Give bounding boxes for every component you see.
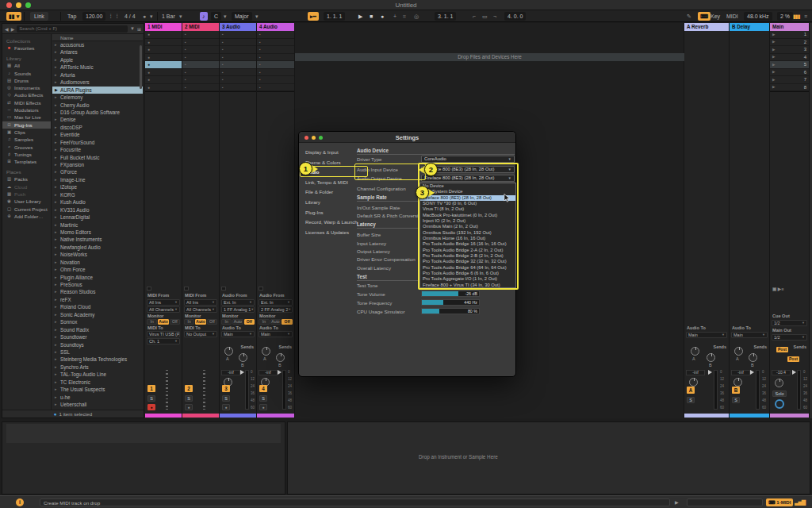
vendor-list-item[interactable]: Arturia bbox=[52, 71, 143, 79]
tone-frequency-slider[interactable]: 440 Hz bbox=[421, 299, 480, 306]
scene-number[interactable]: 7 bbox=[804, 77, 806, 82]
send-b-knob[interactable] bbox=[239, 353, 247, 362]
track-4-arm-button[interactable]: ● bbox=[259, 404, 267, 410]
vendor-list-item[interactable]: Soundtoys bbox=[52, 341, 143, 348]
punch-out-icon[interactable]: ¬ bbox=[493, 12, 496, 21]
browser-options-icon[interactable]: ⊞ bbox=[137, 26, 141, 32]
nudge-up-icon[interactable]: ⦙ bbox=[117, 12, 118, 21]
track-1-solo-button[interactable]: S bbox=[147, 395, 155, 402]
browser-nav-item[interactable]: ▦ All bbox=[2, 62, 51, 69]
track-2-arm-button[interactable]: ● bbox=[185, 404, 193, 410]
vendor-list-item[interactable]: Eventide bbox=[52, 131, 143, 138]
clip-slot[interactable]: ● bbox=[145, 76, 182, 84]
scene-number[interactable]: 8 bbox=[804, 85, 806, 90]
send-b-knob[interactable] bbox=[707, 353, 715, 362]
monitor-auto-button[interactable]: Auto bbox=[270, 319, 282, 325]
browser-nav-item[interactable]: ☁ Cloud bbox=[2, 183, 51, 190]
nudge-down-icon[interactable]: ⦙ bbox=[110, 12, 112, 21]
tempo-value[interactable]: 120.00 bbox=[82, 12, 105, 21]
output-select[interactable]: Main▼ bbox=[686, 332, 727, 338]
output-device-option[interactable]: MacBook Pro-kaiuttimet (0 In, 2 Out) bbox=[420, 213, 515, 218]
key-root-caret-icon[interactable]: ▾ bbox=[224, 12, 227, 21]
track-2-solo-button[interactable]: S bbox=[185, 395, 193, 402]
loop-length[interactable]: 4. 0. 0 bbox=[504, 12, 526, 21]
vendor-list-item[interactable]: Audiomovers bbox=[52, 79, 143, 86]
vendor-list-item[interactable]: FeelYourSound bbox=[52, 139, 143, 146]
metronome-menu-icon[interactable]: ▾ bbox=[150, 12, 153, 21]
output-device-option[interactable]: Pro Tools Audio Bridge 2-A (2 In, 2 Out) bbox=[420, 248, 515, 253]
volume-fader-handle[interactable] bbox=[750, 370, 754, 375]
output-device-option[interactable]: Fireface 800 + Virus TI (34 In, 30 Out) bbox=[420, 283, 515, 288]
clip-slot[interactable]: ▪ bbox=[220, 31, 256, 39]
output-device-option[interactable]: Pro Tools Audio Bridge 6 (6 In, 6 Out) bbox=[420, 271, 515, 276]
monitor-off-button[interactable]: Off bbox=[207, 319, 217, 325]
vendor-list-item[interactable]: SSL bbox=[52, 348, 143, 356]
vendor-list-item[interactable]: Focusrite bbox=[52, 146, 143, 153]
input-channel-select[interactable]: 1 FF Analog 1▼ bbox=[221, 306, 255, 313]
browser-nav-item[interactable]: ◉ User Library bbox=[2, 198, 51, 205]
clip-slot[interactable]: ● bbox=[145, 39, 182, 47]
vendor-list-item[interactable]: Antares bbox=[52, 48, 143, 56]
tap-tempo-button[interactable]: Tap bbox=[67, 12, 76, 21]
midi-map-label[interactable]: MIDI bbox=[726, 12, 738, 21]
clip-slot[interactable]: ● bbox=[145, 84, 182, 92]
main-pan-knob[interactable] bbox=[775, 379, 783, 387]
vendor-list-item[interactable]: u-he bbox=[52, 394, 143, 401]
track-1-stop-button[interactable] bbox=[147, 287, 151, 291]
track-3-solo-button[interactable]: S bbox=[222, 395, 230, 402]
audio-output-device-select[interactable]: Fireface 800 (8E3) (28 In, 28 Out)▼ bbox=[421, 175, 515, 182]
clip-slot[interactable]: ▪ bbox=[257, 69, 294, 77]
pan-knob[interactable] bbox=[689, 378, 698, 387]
return-a-header[interactable]: A Reverb bbox=[684, 23, 729, 31]
scene-number[interactable]: 3 bbox=[804, 47, 806, 52]
monitor-off-button[interactable]: Off bbox=[170, 319, 180, 325]
scale-mode-icon[interactable]: ♪ bbox=[200, 12, 208, 21]
return-a-solo-button[interactable]: S bbox=[687, 397, 695, 403]
monitor-in-button[interactable]: In bbox=[184, 319, 194, 325]
vendor-list-item[interactable]: Full Bucket Music bbox=[52, 154, 143, 161]
send-b-knob[interactable] bbox=[276, 353, 285, 362]
browser-nav-item[interactable]: ▭ Max for Live bbox=[2, 114, 51, 121]
vendor-list-item[interactable]: Synchro Arts bbox=[52, 364, 143, 371]
vendor-list-item[interactable]: The Usual Suspects bbox=[52, 386, 143, 393]
vendor-list-item[interactable]: Martinic bbox=[52, 221, 143, 229]
vendor-list-item[interactable]: KV331 Audio bbox=[52, 206, 143, 214]
clip-slot[interactable]: ▪ bbox=[257, 84, 294, 92]
browser-nav-item[interactable]: Library bbox=[2, 56, 51, 62]
browser-nav-item[interactable]: ◎ Instruments bbox=[2, 84, 51, 91]
loop-toggle-icon[interactable]: ▭ bbox=[482, 12, 488, 21]
vendor-list-item[interactable]: Ohm Force bbox=[52, 266, 143, 273]
output-device-option[interactable]: Use System Device bbox=[420, 189, 515, 194]
output-device-option[interactable]: SONY TV *30 (0 In, 6 Out) bbox=[420, 201, 515, 206]
volume-fader-handle[interactable] bbox=[708, 370, 712, 375]
output-device-option[interactable]: Omnibus Main (2 In, 2 Out) bbox=[420, 224, 515, 229]
quantize-caret-icon[interactable]: ▾ bbox=[179, 12, 182, 21]
track-2-number-badge[interactable]: 2 bbox=[185, 385, 193, 392]
browser-nav-item[interactable]: ♯ Tunings bbox=[2, 151, 51, 158]
browser-nav-item[interactable]: Collections bbox=[2, 38, 51, 44]
clip-slot[interactable]: ▪ bbox=[220, 61, 256, 69]
clip-slot[interactable]: ▪ bbox=[182, 54, 219, 62]
output-device-option[interactable]: Pro Tools Aggregate I/O (1 In, 2 Out) bbox=[420, 276, 515, 282]
cue-out-select[interactable]: 1/2▼ bbox=[772, 320, 807, 326]
output-select[interactable]: Main▼ bbox=[731, 332, 768, 338]
clip-slot[interactable]: ▪ bbox=[257, 39, 294, 47]
main-out-select[interactable]: 1/2▼ bbox=[772, 334, 807, 341]
scene-row[interactable]: 1 bbox=[770, 31, 809, 39]
clip-slot[interactable]: ▪ bbox=[182, 76, 219, 84]
return-b-badge[interactable]: B bbox=[732, 387, 740, 394]
cue-volume-knob[interactable] bbox=[775, 399, 784, 409]
metronome-toggle[interactable]: ● bbox=[143, 12, 146, 21]
monitor-auto-button[interactable]: Auto bbox=[158, 319, 168, 325]
vendor-list-item[interactable]: TC Electronic bbox=[52, 379, 143, 386]
vendor-list-item[interactable]: Denise bbox=[52, 116, 143, 123]
forward-icon[interactable]: ▶ bbox=[11, 26, 15, 32]
key-map-icon[interactable]: ⌨ bbox=[698, 12, 710, 21]
filter-icon[interactable]: ▼ bbox=[130, 26, 135, 31]
output-device-option[interactable]: Pro Tools Audio Bridge 16 (16 In, 16 Out… bbox=[420, 241, 515, 247]
send-a-post-toggle[interactable]: Post bbox=[776, 347, 788, 352]
input-channel-select[interactable]: 2 FF Analog 2▼ bbox=[259, 306, 293, 313]
key-scale-select[interactable]: Major bbox=[232, 12, 252, 21]
browser-nav-item[interactable]: ◇ Audio Effects bbox=[2, 91, 51, 98]
loop-start[interactable]: 3. 1. 1 bbox=[435, 12, 456, 21]
